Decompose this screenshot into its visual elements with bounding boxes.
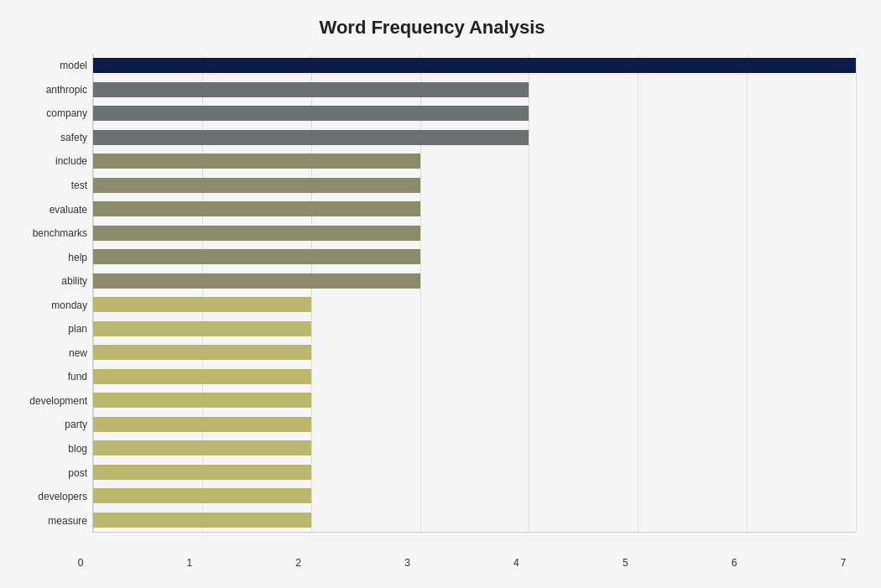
x-tick: 4 xyxy=(503,557,529,569)
grid-lines xyxy=(93,54,856,532)
bar-row xyxy=(93,391,856,409)
bar-row xyxy=(93,56,856,75)
grid-line xyxy=(311,54,312,532)
y-axis-label: benchmarks xyxy=(8,228,87,238)
y-axis-label: post xyxy=(8,468,87,478)
y-axis-label: new xyxy=(8,348,87,358)
bar xyxy=(93,58,856,73)
bar-row xyxy=(93,247,856,266)
grid-line xyxy=(93,54,94,532)
chart-title: Word Frequency Analysis xyxy=(8,17,856,39)
bar xyxy=(93,106,529,121)
y-axis-label: safety xyxy=(8,133,87,143)
y-axis-label: development xyxy=(8,396,87,406)
bar xyxy=(93,273,420,289)
bar xyxy=(93,513,311,528)
bar xyxy=(93,417,311,432)
y-axis-label: include xyxy=(8,156,87,166)
bar xyxy=(93,154,420,169)
bar-row xyxy=(93,487,856,505)
grid-line xyxy=(529,54,529,532)
bar-row xyxy=(93,272,856,290)
bar-row xyxy=(93,415,856,434)
x-tick: 6 xyxy=(722,557,747,569)
bar-row xyxy=(93,343,856,362)
bar xyxy=(93,321,311,336)
bar xyxy=(93,201,420,216)
bar-row xyxy=(93,200,856,218)
y-axis-label: plan xyxy=(8,324,87,334)
y-axis-label: fund xyxy=(8,372,87,382)
y-axis-label: help xyxy=(8,252,87,263)
x-tick: 0 xyxy=(68,557,93,569)
x-tick: 7 xyxy=(831,557,856,569)
x-tick: 1 xyxy=(177,557,202,569)
y-axis-label: model xyxy=(8,60,87,70)
chart-container: Word Frequency Analysis modelanthropicco… xyxy=(0,0,881,588)
bar-row xyxy=(93,320,856,338)
bar-row xyxy=(93,439,856,457)
bar xyxy=(93,297,311,312)
y-axis-labels: modelanthropiccompanysafetyincludetestev… xyxy=(8,54,92,533)
bar xyxy=(93,178,420,193)
x-tick: 3 xyxy=(395,557,420,569)
grid-line xyxy=(856,54,857,532)
bar-row xyxy=(93,463,856,481)
y-axis-label: ability xyxy=(8,276,87,286)
bar xyxy=(93,393,311,408)
chart-area: modelanthropiccompanysafetyincludetestev… xyxy=(8,54,856,533)
bar-row xyxy=(93,367,856,386)
grid-line xyxy=(747,54,748,532)
bar-row xyxy=(93,224,856,242)
bar xyxy=(93,226,420,241)
bar-row xyxy=(93,152,856,170)
y-axis-label: anthropic xyxy=(8,85,87,95)
y-axis-label: party xyxy=(8,419,87,429)
bar xyxy=(93,440,311,455)
bar-row xyxy=(93,81,856,99)
y-axis-label: blog xyxy=(8,444,87,454)
grid-line xyxy=(202,54,203,532)
bar xyxy=(93,249,420,264)
y-axis-label: test xyxy=(8,180,87,190)
bars-and-grid: 01234567Frequency xyxy=(92,54,856,533)
bar-row xyxy=(93,295,856,314)
bar-row xyxy=(93,511,856,529)
y-axis-label: developers xyxy=(8,492,87,502)
bar-row xyxy=(93,104,856,122)
bar xyxy=(93,369,311,384)
grid-line xyxy=(638,54,639,532)
bar xyxy=(93,82,529,97)
bar-row xyxy=(93,176,856,195)
y-axis-label: evaluate xyxy=(8,205,87,215)
bar xyxy=(93,488,311,503)
y-axis-label: company xyxy=(8,108,87,118)
bar-row xyxy=(93,128,856,147)
y-axis-label: measure xyxy=(8,516,87,526)
x-tick: 5 xyxy=(613,557,638,569)
bar xyxy=(93,345,311,360)
grid-line xyxy=(420,54,421,532)
bar xyxy=(93,130,529,145)
bar xyxy=(93,465,311,480)
x-tick: 2 xyxy=(286,557,311,569)
y-axis-label: monday xyxy=(8,300,87,310)
